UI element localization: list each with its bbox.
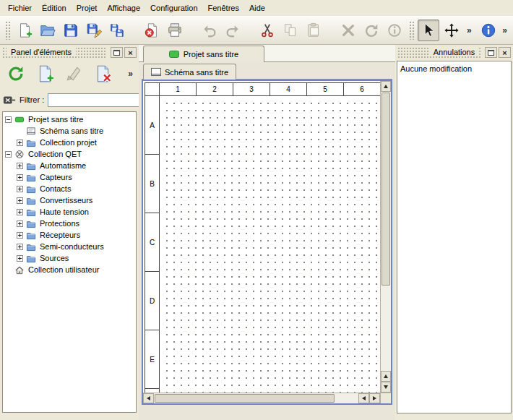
print-button[interactable] [164, 20, 186, 41]
close-file-button[interactable] [141, 20, 163, 41]
arrow-left-icon [147, 396, 150, 400]
expand-icon[interactable] [17, 220, 23, 227]
move-mode-button[interactable] [441, 20, 462, 41]
save-button[interactable] [60, 20, 82, 41]
vertical-scrollbar[interactable] [380, 81, 391, 393]
scroll-up-button[interactable] [381, 371, 391, 382]
expand-icon[interactable] [17, 244, 23, 250]
edit-element-button[interactable] [61, 61, 87, 86]
horizontal-scrollbar-thumb[interactable] [155, 394, 335, 403]
delete-element-button[interactable] [90, 61, 116, 86]
undo-list-item[interactable]: Aucune modification [397, 63, 511, 74]
schema-tab-bar: Schéma sans titre [142, 64, 392, 80]
tree-item-collection-utilisateur[interactable]: Collection utilisateur [3, 264, 136, 275]
save-as-button[interactable] [83, 20, 105, 41]
undo-dock: Annulations Aucune modification [395, 45, 513, 420]
reload-collections-button[interactable] [3, 61, 29, 86]
row-header: C [145, 213, 159, 272]
collapse-icon[interactable] [5, 116, 12, 123]
move-arrows-icon [444, 22, 460, 38]
conductor-info-button[interactable] [384, 20, 405, 41]
paste-icon [306, 22, 322, 38]
menu-aide[interactable]: Aide [244, 1, 270, 15]
expand-icon[interactable] [17, 163, 23, 169]
tree-item-protections[interactable]: Protections [3, 218, 136, 229]
schema-canvas[interactable] [160, 97, 380, 393]
close-icon [128, 48, 132, 57]
tree-item-collection-projet[interactable]: Collection projet [3, 137, 136, 148]
rotate-button[interactable] [361, 20, 382, 41]
new-file-button[interactable] [14, 20, 35, 41]
scroll-right-button[interactable] [369, 393, 380, 403]
collapse-icon[interactable] [5, 151, 12, 158]
tree-item-recepteurs[interactable]: Récepteurs [3, 229, 136, 241]
cut-button[interactable] [256, 20, 278, 41]
save-all-button[interactable] [106, 20, 128, 41]
float-dock-button[interactable] [485, 47, 497, 58]
expand-icon[interactable] [17, 209, 23, 215]
menu-fenetres[interactable]: Fenêtres [203, 1, 244, 15]
menu-affichage[interactable]: Affichage [102, 1, 145, 15]
panel-overflow-button[interactable]: » [125, 67, 136, 80]
clear-filter-button[interactable] [3, 95, 16, 106]
folder-icon [26, 242, 37, 252]
tree-item-project[interactable]: Projet sans titre [3, 113, 136, 125]
undo-button[interactable] [199, 20, 220, 41]
delete-button[interactable] [337, 20, 359, 41]
selection-mode-button[interactable] [418, 20, 439, 41]
paste-button[interactable] [303, 20, 324, 41]
about-button[interactable] [478, 20, 499, 41]
tree-item-semi-conducteurs[interactable]: Semi-conducteurs [3, 241, 136, 252]
menu-edition[interactable]: Édition [37, 1, 72, 15]
close-dock-button[interactable] [124, 47, 137, 58]
expand-icon[interactable] [17, 186, 23, 192]
tree-item-capteurs[interactable]: Capteurs [3, 171, 136, 183]
float-dock-button[interactable] [111, 47, 123, 58]
qelectrotech-window: Fichier Édition Projet Affichage Configu… [0, 0, 513, 420]
help-overflow-button[interactable]: » [499, 24, 510, 37]
open-file-button[interactable] [37, 20, 59, 41]
tree-item-schema[interactable]: Schéma sans titre [3, 125, 136, 137]
scroll-left-button[interactable] [358, 393, 369, 403]
save-all-icon [109, 22, 125, 38]
scroll-up-button[interactable] [381, 81, 391, 92]
close-file-icon [144, 22, 160, 38]
expand-icon[interactable] [17, 255, 23, 262]
scroll-down-button[interactable] [381, 382, 391, 393]
tab-schema[interactable]: Schéma sans titre [143, 64, 236, 80]
menu-projet[interactable]: Projet [72, 1, 103, 15]
tree-item-collection-qet[interactable]: Collection QET [3, 148, 136, 160]
tree-item-contacts[interactable]: Contacts [3, 183, 136, 194]
redo-button[interactable] [222, 20, 243, 41]
tree-item-automatisme[interactable]: Automatisme [3, 160, 136, 171]
close-dock-button[interactable] [499, 47, 511, 58]
expand-icon[interactable] [17, 174, 23, 181]
close-icon [502, 48, 506, 57]
menu-configuration[interactable]: Configuration [145, 1, 202, 15]
float-icon [488, 50, 494, 56]
mdi-area: Schéma sans titre 1 2 3 4 5 [139, 62, 395, 420]
expand-icon[interactable] [17, 232, 23, 239]
undo-dock-titlebar[interactable]: Annulations [397, 47, 511, 59]
tree-item-convertisseurs[interactable]: Convertisseurs [3, 194, 136, 206]
menu-fichier[interactable]: Fichier [3, 1, 37, 15]
toolbar-overflow-button[interactable]: » [464, 24, 475, 37]
scroll-left-button[interactable] [143, 393, 154, 403]
new-file-icon [17, 22, 33, 38]
elements-panel-title: Panel d'éléments [7, 48, 76, 56]
tree-item-haute-tension[interactable]: Haute tension [3, 206, 136, 218]
tab-project-label: Projet sans titre [184, 50, 238, 59]
vertical-scrollbar-thumb[interactable] [381, 93, 390, 286]
new-element-button[interactable] [32, 61, 58, 86]
expand-icon[interactable] [17, 197, 23, 204]
tab-schema-label: Schéma sans titre [165, 68, 228, 77]
copy-button[interactable] [280, 20, 301, 41]
tab-project[interactable]: Projet sans titre [143, 46, 264, 62]
tree-item-label: Contacts [40, 184, 72, 193]
elements-panel-titlebar[interactable]: Panel d'éléments [2, 47, 137, 59]
expand-icon[interactable] [17, 140, 23, 146]
tree-item-sources[interactable]: Sources [3, 252, 136, 264]
tree-item-label: Collection projet [40, 138, 98, 147]
horizontal-scrollbar[interactable] [143, 393, 380, 403]
toolbar-drag-handle[interactable] [5, 21, 10, 40]
